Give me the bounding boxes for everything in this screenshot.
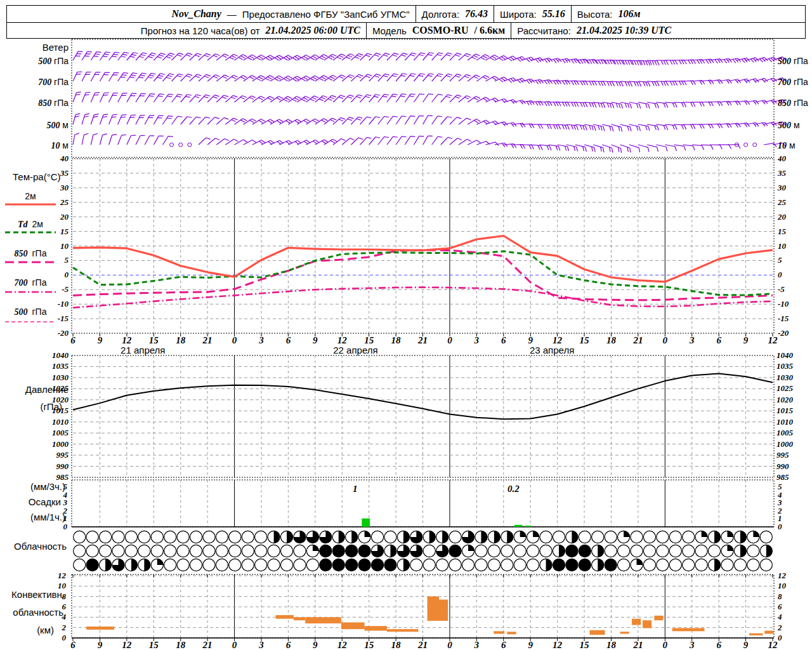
- wind-barbs-row-2: [73, 70, 786, 86]
- wind-barbs-row-4: [73, 112, 786, 131]
- wind-barbs-row-3: [73, 91, 786, 109]
- precip-bars: [362, 519, 531, 527]
- temp-legend-lines: [5, 204, 56, 322]
- convective-bars: [86, 597, 773, 635]
- cloud-row-2: [74, 545, 773, 557]
- cloud-row-3: [74, 559, 773, 571]
- meteogram-chart: [0, 0, 812, 650]
- temp-curve-td2m: [73, 251, 773, 295]
- meteogram-page: Nov_Chany — Предоставлено ФГБУ "ЗапСиб У…: [0, 0, 812, 650]
- wind-barbs-row-1: [73, 50, 786, 65]
- cloud-row-1: [74, 531, 773, 543]
- wind-barbs-row-5: [73, 133, 785, 153]
